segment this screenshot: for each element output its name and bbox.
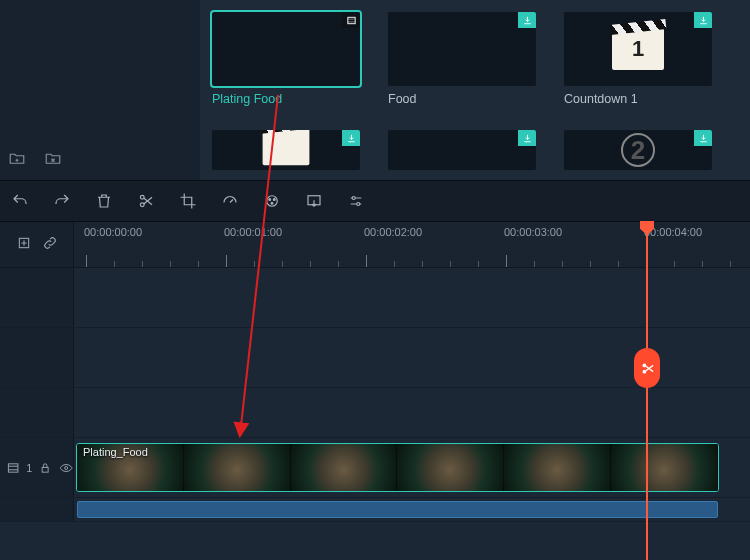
timeline-audio-clip[interactable]: [77, 501, 718, 518]
download-icon[interactable]: [518, 130, 536, 146]
speed-button[interactable]: [220, 191, 240, 211]
ruler-row: 00:00:00:0000:00:01:0000:00:02:0000:00:0…: [0, 222, 750, 268]
clip-food[interactable]: Food: [388, 12, 536, 106]
playhead[interactable]: [646, 222, 648, 560]
svg-rect-12: [43, 467, 49, 472]
audio-track-1: [0, 498, 750, 522]
clip-countdown-row2c[interactable]: 2: [564, 130, 712, 170]
library-sidepanel: [0, 0, 200, 180]
redo-button[interactable]: [52, 191, 72, 211]
timeline-clip-plating-food[interactable]: Plating_Food: [77, 444, 718, 491]
delete-folder-icon[interactable]: [44, 149, 62, 170]
split-button[interactable]: [136, 191, 156, 211]
link-button[interactable]: [42, 235, 58, 254]
clip-label: Countdown 1: [564, 92, 712, 106]
ruler-time-label: 00:00:00:00: [84, 226, 142, 238]
empty-track: [0, 388, 750, 438]
delete-button[interactable]: [94, 191, 114, 211]
edit-toolbar: [0, 180, 750, 222]
ruler-time-label: 00:00:02:00: [364, 226, 422, 238]
filmstrip-icon: [6, 460, 20, 476]
clip-plating-food[interactable]: Plating Food: [212, 12, 360, 106]
svg-point-9: [357, 203, 360, 206]
svg-rect-11: [8, 463, 18, 471]
ruler-time-label: 00:00:01:00: [224, 226, 282, 238]
download-icon[interactable]: [694, 130, 712, 146]
crop-button[interactable]: [178, 191, 198, 211]
empty-track: [0, 268, 750, 328]
add-marker-button[interactable]: [16, 235, 32, 254]
clip-label: Plating Food: [212, 92, 360, 106]
svg-point-5: [273, 199, 275, 201]
video-track-1: 1 Plating_Food: [0, 438, 750, 498]
color-button[interactable]: [262, 191, 282, 211]
download-icon[interactable]: [518, 12, 536, 28]
download-icon[interactable]: [342, 130, 360, 146]
svg-point-8: [352, 197, 355, 200]
clapper-number: 1: [632, 36, 644, 62]
thumbnail-grid: Plating Food Food 1 Countdown 1: [200, 0, 750, 180]
track-index: 1: [26, 462, 32, 474]
svg-rect-0: [347, 17, 354, 23]
countdown-digit: 2: [621, 133, 655, 167]
svg-point-13: [64, 466, 67, 469]
export-frame-button[interactable]: [304, 191, 324, 211]
new-folder-icon[interactable]: [8, 149, 26, 170]
svg-point-4: [269, 199, 271, 201]
timeline: 00:00:00:0000:00:01:0000:00:02:0000:00:0…: [0, 222, 750, 560]
ruler-time-label: 00:00:03:00: [504, 226, 562, 238]
clip-countdown-1[interactable]: 1 Countdown 1: [564, 12, 712, 106]
download-icon[interactable]: [694, 12, 712, 28]
eye-icon[interactable]: [59, 460, 73, 476]
clip-countdown-row2a[interactable]: [212, 130, 360, 170]
playhead-split-button[interactable]: [634, 348, 660, 388]
undo-button[interactable]: [10, 191, 30, 211]
media-badge-icon: [342, 12, 360, 28]
svg-point-6: [271, 202, 273, 204]
clip-countdown-row2b[interactable]: [388, 130, 536, 170]
media-library: Plating Food Food 1 Countdown 1: [0, 0, 750, 180]
lock-icon[interactable]: [38, 460, 52, 476]
adjust-button[interactable]: [346, 191, 366, 211]
track-area: 1 Plating_Food: [0, 268, 750, 560]
clip-name-label: Plating_Food: [83, 446, 148, 458]
clip-label: Food: [388, 92, 536, 106]
